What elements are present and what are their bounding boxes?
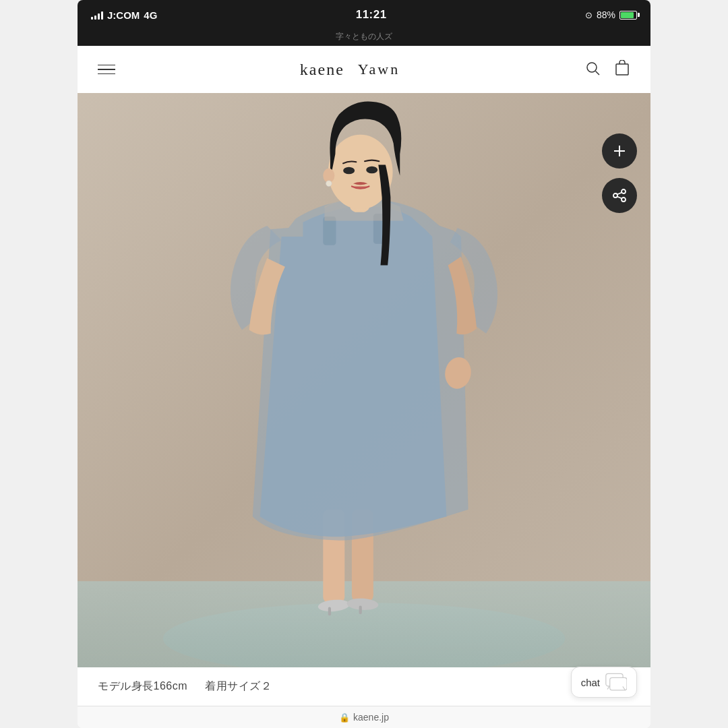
hamburger-line-3 [98,73,115,75]
search-button[interactable] [584,60,601,79]
url-display: 🔒 kaene.jp [78,712,650,723]
carrier-label: J:COM [107,9,140,21]
status-right: ⊙ 88% [585,9,637,20]
network-label: 4G [144,9,157,21]
hamburger-line-1 [98,65,115,66]
svg-point-25 [613,193,617,198]
phone-frame: J:COM 4G 11:21 ⊙ 88% 字々ともの人ズ kaene Yawn [78,0,650,728]
battery-percent: 88% [597,9,615,20]
nav-icons [584,60,630,79]
status-left: J:COM 4G [91,9,157,21]
svg-line-27 [617,193,622,195]
share-button[interactable] [602,178,637,213]
add-button[interactable] [602,133,637,169]
svg-point-26 [621,198,626,202]
url-hint-text: 字々ともの人ズ [336,32,392,41]
fab-container [602,133,637,213]
svg-rect-11 [328,607,331,616]
time-display: 11:21 [356,8,387,22]
model-height: モデル身長166cm [98,680,187,692]
chat-button[interactable]: chat [571,667,637,698]
svg-point-21 [366,166,377,174]
product-image-area [78,93,650,667]
lock-icon: 🔒 [339,712,350,723]
chat-label: chat [581,677,600,688]
svg-line-28 [617,197,622,199]
chat-icon [605,673,627,692]
svg-point-0 [587,63,597,72]
brand-logos: kaene Yawn [300,61,400,79]
nav-header: kaene Yawn [78,46,650,93]
svg-rect-12 [359,605,362,614]
svg-rect-2 [616,64,628,75]
url-hint-bar: 字々ともの人ズ [78,30,650,46]
caption-text: モデル身長166cm 着用サイズ２ [98,679,272,694]
svg-line-1 [596,71,600,75]
hamburger-line-2 [98,69,115,70]
status-bar: J:COM 4G 11:21 ⊙ 88% [78,0,650,30]
location-icon: ⊙ [585,10,593,20]
cart-button[interactable] [614,60,630,79]
brand-yawn-logo[interactable]: Yawn [358,61,400,78]
brand-kaene-logo[interactable]: kaene [300,61,344,79]
svg-point-24 [621,189,626,193]
signal-icon [91,10,103,20]
caption-area: モデル身長166cm 着用サイズ２ chat [78,667,650,706]
url-text: kaene.jp [353,712,389,723]
size-worn: 着用サイズ２ [205,680,272,692]
battery-icon [619,11,637,20]
hamburger-menu-button[interactable] [98,65,115,75]
svg-point-19 [326,181,332,187]
svg-point-20 [343,167,355,175]
bottom-url-bar: 🔒 kaene.jp [78,706,650,728]
